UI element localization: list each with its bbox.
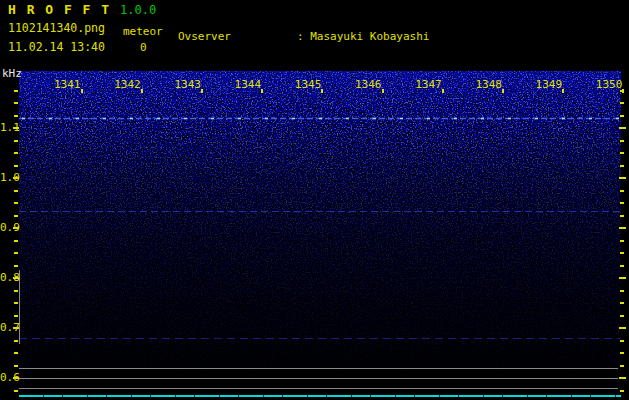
freq-minor-tick-left xyxy=(14,115,18,117)
time-tick xyxy=(141,89,143,93)
freq-minor-tick-left xyxy=(14,252,18,254)
freq-minor-tick-left xyxy=(14,290,18,292)
freq-minor-tick-right xyxy=(620,165,624,167)
freq-major-tick-right xyxy=(619,277,626,279)
freq-minor-tick-left xyxy=(14,390,18,392)
time-tick-label: 1347 xyxy=(412,79,442,91)
time-tick xyxy=(382,89,384,93)
freq-minor-tick-right xyxy=(620,290,624,292)
freq-tick-label: 1.0 xyxy=(0,171,12,184)
time-tick xyxy=(562,89,564,93)
time-tick xyxy=(81,89,83,93)
freq-tick-label: 0.9 xyxy=(0,221,12,234)
freq-minor-tick-left xyxy=(14,340,18,342)
time-tick-label: 1344 xyxy=(231,79,261,91)
freq-minor-tick-left xyxy=(14,265,18,267)
freq-major-tick-left xyxy=(13,277,19,279)
freq-tick-label: 1.1 xyxy=(0,121,12,134)
freq-minor-tick-right xyxy=(620,102,624,104)
time-tick xyxy=(201,89,203,93)
freq-minor-tick-right xyxy=(620,340,624,342)
freq-minor-tick-right xyxy=(620,140,624,142)
freq-tick-label: 0.8 xyxy=(0,271,12,284)
freq-major-tick-right xyxy=(619,177,626,179)
time-tick-label: 1350 xyxy=(592,79,622,91)
freq-minor-tick-right xyxy=(620,152,624,154)
freq-minor-tick-right xyxy=(620,202,624,204)
freq-minor-tick-left xyxy=(14,240,18,242)
freq-minor-tick-left xyxy=(14,102,18,104)
freq-major-tick-right xyxy=(619,227,626,229)
freq-major-tick-left xyxy=(13,127,19,129)
freq-minor-tick-right xyxy=(620,240,624,242)
freq-minor-tick-right xyxy=(620,115,624,117)
freq-minor-tick-right xyxy=(620,215,624,217)
freq-minor-tick-left xyxy=(14,365,18,367)
freq-minor-tick-right xyxy=(620,315,624,317)
time-tick xyxy=(442,89,444,93)
freq-minor-tick-left xyxy=(14,90,18,92)
freq-major-tick-right xyxy=(619,327,626,329)
time-tick xyxy=(321,89,323,93)
freq-minor-tick-left xyxy=(14,165,18,167)
freq-minor-tick-left xyxy=(14,190,18,192)
freq-minor-tick-right xyxy=(620,352,624,354)
time-tick xyxy=(261,89,263,93)
freq-major-tick-left xyxy=(13,227,19,229)
freq-minor-tick-left xyxy=(14,302,18,304)
time-tick-label: 1348 xyxy=(472,79,502,91)
freq-minor-tick-left xyxy=(14,140,18,142)
time-tick-label: 1341 xyxy=(51,79,81,91)
freq-minor-tick-right xyxy=(620,365,624,367)
freq-minor-tick-left xyxy=(14,152,18,154)
freq-minor-tick-right xyxy=(620,390,624,392)
time-tick-label: 1349 xyxy=(532,79,562,91)
freq-minor-tick-left xyxy=(14,215,18,217)
freq-major-tick-left xyxy=(13,327,19,329)
freq-minor-tick-right xyxy=(620,90,624,92)
freq-major-tick-left xyxy=(13,177,19,179)
freq-major-tick-right xyxy=(619,127,626,129)
freq-minor-tick-left xyxy=(14,315,18,317)
time-tick-label: 1346 xyxy=(352,79,382,91)
freq-major-tick-right xyxy=(619,377,626,379)
freq-minor-tick-left xyxy=(14,202,18,204)
axes-layer: 1341134213431344134513461347134813491350… xyxy=(0,0,629,400)
freq-minor-tick-left xyxy=(14,352,18,354)
time-tick xyxy=(502,89,504,93)
freq-major-tick-left xyxy=(13,377,19,379)
freq-minor-tick-right xyxy=(620,190,624,192)
freq-tick-label: 0.6 xyxy=(0,371,12,384)
time-tick-label: 1343 xyxy=(171,79,201,91)
freq-tick-label: 0.7 xyxy=(0,321,12,334)
freq-minor-tick-right xyxy=(620,302,624,304)
time-tick-label: 1345 xyxy=(291,79,321,91)
freq-minor-tick-right xyxy=(620,265,624,267)
freq-minor-tick-right xyxy=(620,252,624,254)
hrofft-screen: H R O F F T 1.0.0 1102141340.png meteor … xyxy=(0,0,629,400)
time-tick-label: 1342 xyxy=(111,79,141,91)
